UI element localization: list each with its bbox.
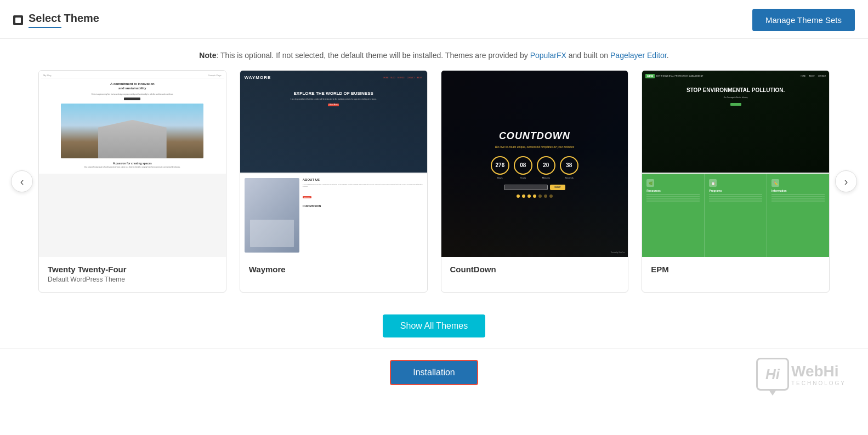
t3-dot-2 (522, 194, 525, 198)
t4-sub-text: Our Coverage is Best In Industry (645, 96, 826, 99)
t1-image-inner (61, 104, 203, 158)
t3-minutes-circle: 20 (537, 156, 555, 175)
theme-info-2: Waymore (240, 257, 427, 283)
watermark-box: Hi (756, 358, 789, 391)
theme2-mockup: WAYMORE HOME BLOG SERVICE CONTACT ABOUT (240, 71, 427, 257)
t4-top-section: EPM ENVIRONMENTAL PROTECTION MANAGEMENT … (642, 71, 829, 173)
theme1-mockup: My BlogSample Page A commitment to innov… (39, 71, 226, 174)
theme-card-waymore[interactable]: WAYMORE HOME BLOG SERVICE CONTACT ABOUT (240, 70, 428, 293)
note-suffix: . (667, 51, 669, 60)
page-wrapper: Select Theme Manage Theme Sets Note: Thi… (0, 0, 868, 435)
t4-card-resources: 🌿 Resources (642, 174, 705, 257)
t4-nav: EPM ENVIRONMENTAL PROTECTION MANAGEMENT … (645, 74, 826, 78)
theme-name-2: Waymore (249, 265, 418, 274)
theme-preview-1: My BlogSample Page A commitment to innov… (39, 71, 226, 257)
theme-preview-3: COUNTDOWN We love to create unique, succ… (441, 71, 628, 257)
theme3-mockup: COUNTDOWN We love to create unique, succ… (441, 71, 628, 257)
t3-dot-6 (544, 194, 547, 198)
t4-programs-line2 (709, 196, 762, 197)
t1-topbar: My BlogSample Page (41, 73, 224, 78)
t3-dot-5 (538, 194, 542, 198)
theme-info-4: EPM (642, 257, 829, 283)
t3-days-circle: 276 (491, 156, 509, 175)
wordpress-icon (13, 15, 23, 25)
t3-email-row: SUBMIT (504, 185, 565, 190)
next-icon: › (844, 175, 848, 188)
t3-minutes-label: Minutes (542, 176, 550, 179)
t3-theme-label: Theme by GlobFox (611, 251, 625, 254)
installation-button[interactable]: Installation (390, 360, 478, 385)
theme-name-4: EPM (651, 265, 820, 274)
t2-hero-title: EXPLORE THE WORLD OF BUSINESS (245, 91, 423, 96)
t4-logo-area: EPM ENVIRONMENTAL PROTECTION MANAGEMENT (645, 74, 704, 78)
theme-card-epm[interactable]: EPM ENVIRONMENTAL PROTECTION MANAGEMENT … (642, 70, 830, 293)
t2-bottom-text: ABOUT US It is a long established fact t… (303, 178, 423, 253)
t3-seconds-label: Seconds (565, 176, 574, 179)
theme-preview-4: EPM ENVIRONMENTAL PROTECTION MANAGEMENT … (642, 71, 829, 257)
t2-mission: OUR MISSION (303, 204, 423, 208)
t1-bottom-title: A passion for creating spaces (43, 162, 222, 165)
watermark-tech: Technology (791, 380, 846, 386)
note-bar: Note: This is optional. If not selected,… (0, 39, 868, 70)
bottom-bar: Installation Hi WebHi Technology (0, 348, 868, 396)
note-text: : This is optional. If not selected, the… (216, 51, 530, 60)
prev-arrow[interactable]: ‹ (11, 170, 33, 192)
watermark: Hi WebHi Technology (756, 358, 846, 391)
t2-cta-btn: Read More (328, 104, 339, 106)
t4-programs-line4 (709, 201, 762, 202)
popularfx-link[interactable]: PopularFX (530, 51, 566, 60)
t4-logo-box: EPM (645, 74, 655, 78)
note-prefix: Note (199, 51, 216, 60)
themes-container: ‹ My BlogSample Page A commitment to inn… (22, 70, 846, 293)
themes-section: ‹ My BlogSample Page A commitment to inn… (0, 70, 868, 293)
t3-hours-label: Hours (520, 176, 526, 179)
t1-hero-text: Eoleo is a pioneering firm that seamless… (43, 93, 222, 95)
t4-card-information: ✏️ Information (767, 174, 829, 257)
t3-dots (517, 194, 553, 198)
prev-icon: ‹ (20, 175, 24, 188)
theme4-mockup: EPM ENVIRONMENTAL PROTECTION MANAGEMENT … (642, 71, 829, 257)
t4-programs-line1 (709, 194, 762, 195)
next-arrow[interactable]: › (835, 170, 857, 192)
t3-hours: 08 Hours (514, 156, 532, 179)
theme-card-twenty-twenty-four[interactable]: My BlogSample Page A commitment to innov… (38, 70, 226, 293)
t2-para: It is a long established fact that a rea… (303, 184, 423, 188)
pagelayer-link[interactable]: Pagelayer Editor (610, 51, 667, 60)
t3-dot-1 (517, 194, 520, 198)
t1-hero: A commitment to innovationand sustainabi… (41, 78, 224, 171)
t4-info-line3 (771, 198, 825, 199)
theme-card-countdown[interactable]: COUNTDOWN We love to create unique, succ… (441, 70, 629, 293)
themes-grid: My BlogSample Page A commitment to innov… (38, 70, 830, 293)
t4-resources-title: Resources (646, 189, 700, 192)
header: Select Theme Manage Theme Sets (0, 0, 868, 39)
t3-title: COUNTDOWN (499, 130, 570, 142)
t4-programs-icon: 📋 (709, 179, 717, 187)
t2-nav: WAYMORE HOME BLOG SERVICE CONTACT ABOUT (245, 75, 423, 80)
t2-hero-sub: It is a long established fact that a rea… (245, 98, 423, 100)
t3-dot-7 (549, 194, 553, 198)
t4-info-line2 (771, 196, 825, 197)
t1-building-shape (89, 120, 175, 158)
t3-seconds-circle: 38 (560, 156, 578, 175)
t1-hero-btn (124, 98, 140, 100)
t3-email-input (504, 185, 548, 190)
watermark-hi: Hi (765, 366, 780, 383)
t4-programs-line3 (709, 198, 762, 199)
t1-hero-title: A commitment to innovationand sustainabi… (43, 82, 222, 91)
theme-info-1: Twenty Twenty-Four Default WordPress The… (39, 257, 226, 292)
watermark-text: WebHi Technology (791, 363, 846, 386)
t4-information-icon: ✏️ (771, 179, 779, 187)
t2-top-section: WAYMORE HOME BLOG SERVICE CONTACT ABOUT (240, 71, 427, 173)
t3-counters: 276 Days 08 Hours 20 Minutes (491, 156, 578, 179)
t2-about-title: ABOUT US (303, 178, 423, 181)
note-middle: and built on (566, 51, 610, 60)
watermark-webhi: WebHi (791, 363, 846, 380)
theme-name-1: Twenty Twenty-Four (48, 265, 217, 274)
t4-bottom-section: 🌿 Resources 📋 Programs (642, 174, 829, 257)
manage-theme-sets-button[interactable]: Manage Theme Sets (752, 9, 855, 31)
t3-seconds: 38 Seconds (560, 156, 578, 179)
t4-programs-title: Programs (709, 189, 762, 192)
show-all-themes-button[interactable]: Show All Themes (383, 314, 485, 337)
t4-card-programs: 📋 Programs (705, 174, 767, 257)
t4-information-title: Information (771, 189, 825, 192)
